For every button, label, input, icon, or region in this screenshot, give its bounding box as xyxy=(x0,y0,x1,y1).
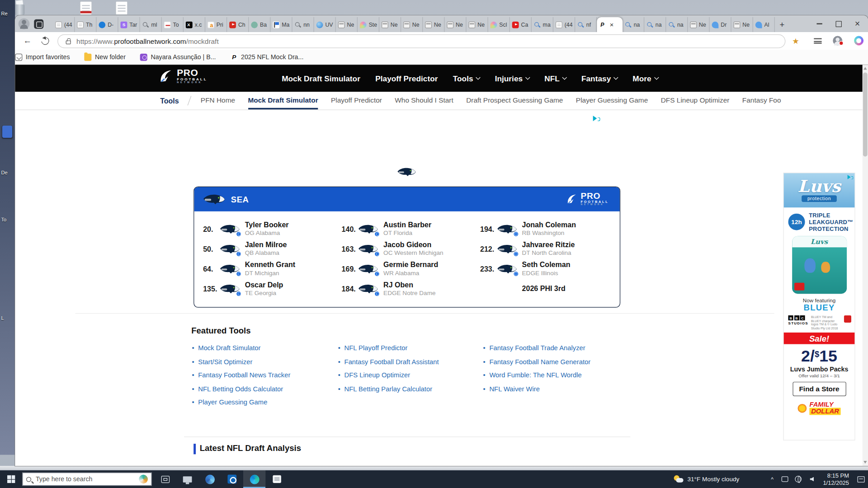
subnav-root-label[interactable]: Tools xyxy=(160,92,179,109)
player-name[interactable]: Austin Barber xyxy=(383,221,431,230)
draft-pick-row[interactable]: 184. RJ Oben EDGE Notre Dame xyxy=(342,279,480,299)
tool-link[interactable]: NFL Betting Odds Calculator xyxy=(198,385,283,393)
desktop-document-icon[interactable] xyxy=(115,1,127,15)
browser-tab[interactable]: (44 xyxy=(553,17,575,32)
browser-tab[interactable]: nf xyxy=(575,17,597,32)
bookmark-item[interactable]: New folder xyxy=(85,53,126,61)
browser-tab[interactable]: Ma xyxy=(270,17,292,32)
subnav-item[interactable]: Mock Draft Simulator xyxy=(248,92,318,109)
browser-tab[interactable]: (44 xyxy=(53,17,75,32)
browser-tab[interactable]: na xyxy=(666,17,688,32)
browser-tab[interactable]: Ne xyxy=(467,17,488,32)
main-nav-item[interactable]: Injuries xyxy=(495,74,529,83)
browser-tab[interactable]: Ne xyxy=(688,17,709,32)
swap-pick-icon[interactable] xyxy=(513,231,519,236)
search-highlight-icon[interactable] xyxy=(139,475,148,484)
browser-tab[interactable]: Ne xyxy=(401,17,423,32)
task-view-button[interactable] xyxy=(154,470,176,488)
browser-tab[interactable]: Tar xyxy=(118,17,140,32)
favorite-star-icon[interactable] xyxy=(792,37,799,46)
player-name[interactable]: Germie Bernard xyxy=(383,261,438,269)
main-nav-item[interactable]: NFL xyxy=(544,74,566,83)
player-name[interactable]: Tyler Booker xyxy=(245,221,289,230)
tray-device-icon[interactable] xyxy=(778,470,792,488)
browser-tab[interactable]: Scl xyxy=(488,17,510,32)
address-bar[interactable]: https://www.profootballnetwork.com/mockd… xyxy=(57,34,785,48)
draft-pick-row[interactable]: 233. Seth Coleman EDGE Illinois xyxy=(480,259,618,279)
tool-link[interactable]: Word Fumble: The NFL Wordle xyxy=(489,371,581,379)
browser-tab[interactable]: Ne xyxy=(336,17,358,32)
main-nav-item[interactable]: More xyxy=(632,74,658,83)
taskbar-app-edge-active[interactable] xyxy=(243,470,265,488)
draft-pick-row[interactable]: 194. Jonah Coleman RB Washington xyxy=(480,219,618,239)
taskbar-app-monitor[interactable] xyxy=(176,470,198,488)
browser-tab[interactable]: Ste xyxy=(358,17,379,32)
desktop-app-icon[interactable] xyxy=(2,126,12,138)
close-button[interactable] xyxy=(848,15,867,32)
swap-pick-icon[interactable] xyxy=(513,251,519,256)
tray-network-icon[interactable] xyxy=(792,470,805,488)
subnav-item[interactable]: DFS Lineup Optimizer xyxy=(661,92,730,109)
swap-pick-icon[interactable] xyxy=(513,271,519,276)
taskbar-app-browser[interactable] xyxy=(198,470,221,488)
tool-link[interactable]: Fantasy Football Name Generator xyxy=(489,358,590,366)
player-name[interactable]: Jonah Coleman xyxy=(522,221,576,230)
swap-pick-icon[interactable] xyxy=(374,271,380,276)
draft-pick-row[interactable]: 50. Jalen Milroe QB Alabama xyxy=(203,239,341,259)
draft-pick-row[interactable]: 169. Germie Bernard WR Alabama xyxy=(342,259,480,279)
draft-pick-row[interactable]: 64. Kenneth Grant DT Michigan xyxy=(203,259,341,279)
browser-tab[interactable]: x.c xyxy=(184,17,205,32)
weather-widget[interactable]: 31°F Mostly cloudy xyxy=(669,470,745,488)
collections-icon[interactable] xyxy=(814,38,821,43)
browser-profile-icon[interactable] xyxy=(19,18,30,29)
player-name[interactable]: RJ Oben xyxy=(383,281,435,289)
subnav-item[interactable]: Draft Prospect Guessing Game xyxy=(466,92,563,109)
tool-link[interactable]: NFL Waiver Wire xyxy=(489,385,540,393)
browser-tab[interactable]: Ch xyxy=(227,17,249,32)
subnav-item[interactable]: Player Guessing Game xyxy=(576,92,648,109)
player-name[interactable]: Jacob Gideon xyxy=(383,241,443,249)
tool-link[interactable]: Fantasy Football Trade Analyzer xyxy=(489,344,585,352)
browser-tab[interactable]: ma xyxy=(532,17,553,32)
bookmark-item[interactable]: Import favorites xyxy=(15,53,70,61)
browser-tab[interactable]: Dr xyxy=(710,17,731,32)
player-name[interactable]: Kenneth Grant xyxy=(245,261,295,269)
main-nav-item[interactable]: Playoff Predictor xyxy=(375,74,438,83)
browser-tab[interactable]: Ne xyxy=(423,17,444,32)
browser-tab[interactable]: ml xyxy=(140,17,162,32)
browser-tab[interactable]: na xyxy=(644,17,666,32)
taskbar-search-box[interactable] xyxy=(22,473,151,486)
start-button[interactable] xyxy=(0,470,22,488)
subnav-item[interactable]: Who Should I Start xyxy=(395,92,453,109)
browser-tab[interactable]: Pri xyxy=(205,17,227,32)
action-center-button[interactable] xyxy=(854,470,868,488)
swap-pick-icon[interactable] xyxy=(374,251,380,256)
tray-volume-icon[interactable] xyxy=(805,470,819,488)
tool-link[interactable]: Mock Draft Simulator xyxy=(198,344,260,352)
scrollbar-thumb[interactable] xyxy=(863,72,868,156)
main-nav-item[interactable]: Fantasy xyxy=(581,74,618,83)
swap-pick-icon[interactable] xyxy=(374,231,380,236)
swap-pick-icon[interactable] xyxy=(236,231,241,236)
draft-pick-row[interactable]: 135. Oscar Delp TE Georgia xyxy=(203,279,341,299)
swap-pick-icon[interactable] xyxy=(236,251,241,256)
browser-tab[interactable]: Ba xyxy=(249,17,270,32)
pfn-logo[interactable]: PRO FOOTBALL NETWORK xyxy=(159,69,208,84)
page-scrollbar[interactable] xyxy=(863,65,868,466)
draft-pick-row[interactable]: 2026 PHI 3rd xyxy=(480,279,618,299)
subnav-item[interactable]: Fantasy Foo xyxy=(742,92,781,109)
display-ad[interactable]: Luvs protection 12h TRIPLE LEAKGUARD™ PR… xyxy=(784,173,855,440)
scroll-up-arrow[interactable] xyxy=(863,67,867,70)
browser-tab[interactable]: nn xyxy=(292,17,314,32)
draft-pick-row[interactable]: 140. Austin Barber OT Florida xyxy=(342,219,480,239)
browser-tab[interactable]: Ne xyxy=(731,17,753,32)
desktop-document-icon[interactable] xyxy=(80,1,92,15)
player-name[interactable]: Jahvaree Ritzie xyxy=(522,241,575,249)
find-store-button[interactable]: Find a Store xyxy=(793,382,846,396)
draft-pick-row[interactable]: 163. Jacob Gideon OC Western Michigan xyxy=(342,239,480,259)
back-button[interactable] xyxy=(22,35,32,45)
tool-link[interactable]: NFL Playoff Predictor xyxy=(344,344,408,352)
lock-icon[interactable] xyxy=(66,40,71,44)
scroll-down-arrow[interactable] xyxy=(863,461,867,464)
minimize-button[interactable] xyxy=(810,15,829,32)
